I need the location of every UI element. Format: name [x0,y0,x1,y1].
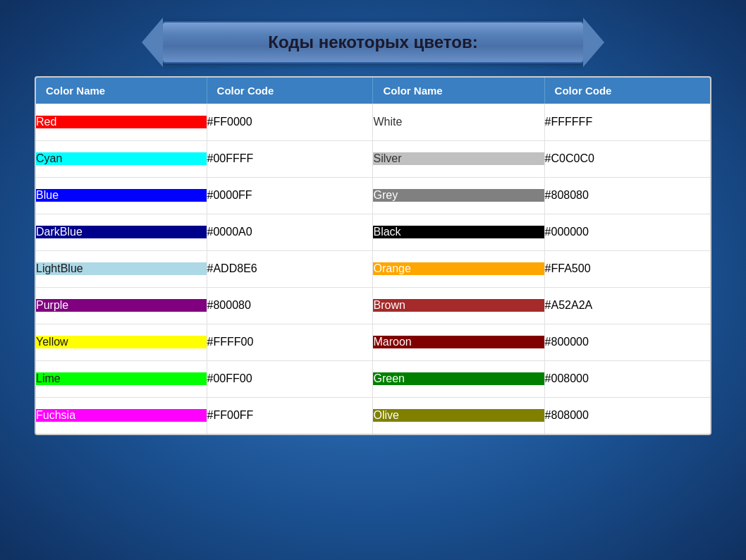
right-color-code: #808080 [545,189,710,202]
right-color-swatch: White [373,116,544,128]
left-color-code: #ADD8E6 [207,262,373,275]
left-color-swatch: DarkBlue [36,226,207,238]
right-color-code: #FFA500 [545,262,710,275]
left-color-name-cell: Yellow [36,324,207,360]
right-color-code: #808000 [545,409,710,422]
right-color-code: #000000 [545,226,710,238]
header-col1: Color Name [36,78,207,104]
table-row: LightBlue#ADD8E6Orange#FFA500 [36,250,710,287]
table-row: Lime#00FF00Green#008000 [36,360,710,397]
right-color-name-cell: Silver [373,140,544,177]
right-color-code-cell: #800000 [544,324,710,360]
left-color-code: #00FF00 [207,372,373,385]
right-color-name-cell: White [373,104,544,140]
left-color-code: #00FFFF [207,152,373,165]
left-color-code-cell: #00FFFF [207,140,373,177]
table-row: Blue#0000FFGrey#808080 [36,177,710,214]
color-table-container: Color Name Color Code Color Name Color C… [35,76,711,435]
left-color-code-cell: #ADD8E6 [207,250,373,287]
right-color-name-cell: Olive [373,397,544,434]
right-color-code: #A52A2A [545,299,710,312]
right-color-code-cell: #808000 [544,397,710,434]
right-color-code-cell: #C0C0C0 [544,140,710,177]
left-color-code-cell: #FFFF00 [207,324,373,360]
left-color-code: #FFFF00 [207,336,373,348]
banner-title: Коды некоторых цветов: [268,32,477,51]
header-col2: Color Code [207,78,373,104]
right-color-name-cell: Maroon [373,324,544,360]
table-header: Color Name Color Code Color Name Color C… [36,78,710,104]
left-color-swatch: Blue [36,189,207,202]
right-color-swatch: Maroon [373,336,544,348]
right-color-name-cell: Grey [373,177,544,214]
left-color-swatch: Cyan [36,152,207,165]
left-color-swatch: Yellow [36,336,207,348]
right-color-name-cell: Brown [373,287,544,324]
right-color-name-cell: Black [373,214,544,250]
header-col4: Color Code [544,78,710,104]
left-color-code: #0000FF [207,189,373,202]
left-color-code: #FF00FF [207,409,373,422]
right-color-swatch: Green [373,372,544,385]
table-row: DarkBlue#0000A0Black#000000 [36,214,710,250]
right-color-code: #800000 [545,336,710,348]
right-color-code: #FFFFFF [545,116,710,128]
right-color-code-cell: #FFA500 [544,250,710,287]
left-color-name-cell: Fuchsia [36,397,207,434]
right-color-code-cell: #808080 [544,177,710,214]
left-color-code-cell: #FF00FF [207,397,373,434]
left-color-code-cell: #FF0000 [207,104,373,140]
table-body: Red#FF0000White#FFFFFFCyan#00FFFFSilver#… [36,104,710,434]
right-color-code: #008000 [545,372,710,385]
table-row: Red#FF0000White#FFFFFF [36,104,710,140]
left-color-code-cell: #800080 [207,287,373,324]
left-color-swatch: Purple [36,299,207,312]
table-row: Fuchsia#FF00FFOlive#808000 [36,397,710,434]
left-color-code-cell: #0000A0 [207,214,373,250]
right-color-swatch: Olive [373,409,544,422]
right-color-swatch: Brown [373,299,544,312]
right-color-name-cell: Green [373,360,544,397]
left-color-name-cell: Purple [36,287,207,324]
left-color-name-cell: Cyan [36,140,207,177]
left-color-code: #FF0000 [207,116,373,128]
right-color-swatch: Silver [373,152,544,165]
right-color-swatch: Black [373,226,544,238]
table-row: Purple#800080Brown#A52A2A [36,287,710,324]
left-color-code: #800080 [207,299,373,312]
left-color-name-cell: Blue [36,177,207,214]
left-color-name-cell: DarkBlue [36,214,207,250]
right-color-code-cell: #000000 [544,214,710,250]
left-color-swatch: Red [36,116,207,128]
right-color-swatch: Orange [373,262,544,275]
left-color-swatch: Fuchsia [36,409,207,422]
header-row: Color Name Color Code Color Name Color C… [36,78,710,104]
right-color-code-cell: #008000 [544,360,710,397]
left-color-name-cell: LightBlue [36,250,207,287]
left-color-name-cell: Red [36,104,207,140]
table-row: Yellow#FFFF00Maroon#800000 [36,324,710,360]
right-color-code-cell: #FFFFFF [544,104,710,140]
banner: Коды некоторых цветов: [161,21,585,63]
right-color-code: #C0C0C0 [545,152,710,165]
left-color-swatch: LightBlue [36,262,207,275]
right-color-swatch: Grey [373,189,544,202]
left-color-code-cell: #0000FF [207,177,373,214]
color-table: Color Name Color Code Color Name Color C… [36,78,710,434]
right-color-code-cell: #A52A2A [544,287,710,324]
left-color-code-cell: #00FF00 [207,360,373,397]
right-color-name-cell: Orange [373,250,544,287]
left-color-name-cell: Lime [36,360,207,397]
table-row: Cyan#00FFFFSilver#C0C0C0 [36,140,710,177]
header-col3: Color Name [373,78,544,104]
left-color-swatch: Lime [36,372,207,385]
left-color-code: #0000A0 [207,226,373,238]
banner-container: Коды некоторых цветов: [161,21,585,63]
